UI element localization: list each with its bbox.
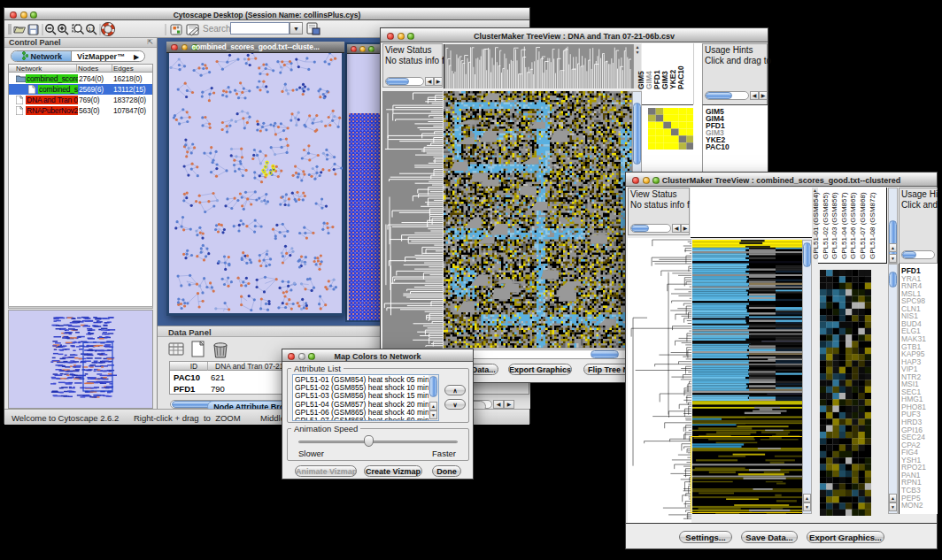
svg-text:1:1: 1:1 [89, 27, 95, 32]
